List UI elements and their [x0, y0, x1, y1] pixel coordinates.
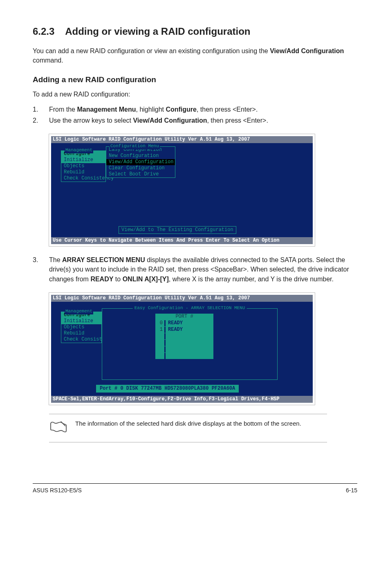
section-title-text: Adding or viewing a RAID configuration [65, 26, 250, 37]
page-footer: ASUS RS120-E5/S 6-15 [33, 483, 357, 494]
mgmt-item-check: Check Consistency [61, 175, 105, 182]
management-menu: Management Configure Initialize Objects … [61, 150, 106, 182]
mgmt-item-initialize: Initialize [61, 157, 105, 163]
footer-left: ASUS RS120-E5/S [33, 486, 82, 494]
cfg-item-new: New Configuration [106, 153, 175, 159]
port-1-val: READY [164, 327, 213, 333]
configuration-menu-label: Configuration Menu [110, 144, 160, 149]
intro-pre: You can add a new RAID configuration or … [33, 47, 270, 54]
cfg-item-boot: Select Boot Drive [106, 171, 175, 177]
mgmt2-item-objects: Objects [61, 324, 101, 330]
mgmt2-item-rebuild: Rebuild [61, 330, 101, 337]
port-row-empty-1 [155, 333, 213, 339]
step-3-num: 3. [33, 255, 49, 284]
port-row-empty-3 [155, 346, 213, 352]
port-0-num: 0 [155, 320, 164, 326]
port-0-val: READY [164, 320, 213, 326]
port-row-1: 1 READY [155, 326, 213, 333]
port-header: PORT # [155, 314, 213, 320]
section-intro: You can add a new RAID configuration or … [33, 46, 357, 65]
term2-status: Port # 0 DISK 77247MB HDS728080PLA380 PF… [96, 385, 239, 393]
step-1: 1. From the Management Menu, highlight C… [33, 105, 357, 114]
step-2-num: 2. [33, 116, 49, 125]
mgmt-item-objects: Objects [61, 163, 105, 169]
section-heading: 6.2.3 Adding or viewing a RAID configura… [33, 25, 357, 39]
step-3: 3. The ARRAY SELECTION MENU displays the… [33, 255, 357, 284]
port-table: PORT # 0 READY 1 READY [155, 314, 213, 359]
cfg-item-viewadd: View/Add Configuration [106, 159, 175, 165]
intro-post: command. [33, 57, 63, 64]
management-menu-2: Management Configure Initialize Objects … [61, 312, 102, 343]
subheading: Adding a new RAID configuration [33, 74, 357, 85]
sub-intro: To add a new RAID configuration: [33, 90, 357, 99]
term2-title: LSI Logic Software RAID Configuration Ut… [51, 295, 313, 302]
step-1-text: From the Management Menu, highlight Conf… [49, 105, 357, 114]
port-1-num: 1 [155, 327, 164, 333]
port-row-0: 0 READY [155, 320, 213, 326]
term1-hint: View/Add to The Existing Configuration [119, 226, 236, 234]
mgmt-item-rebuild: Rebuild [61, 169, 105, 175]
term2-footer: SPACE-Sel,ENTER-EndArray,F10-Configure,F… [51, 396, 313, 403]
management-menu-label: Management [65, 148, 93, 153]
note-icon [49, 419, 68, 437]
term1-footer: Use Cursor Keys to Navigate Between Item… [51, 237, 313, 244]
array-selection-frame: Easy Configuration - ARRAY SELECTION MEN… [102, 308, 278, 380]
step-2-text: Use the arrow keys to select View/Add Co… [49, 116, 357, 125]
port-row-empty-4 [155, 352, 213, 359]
steps-3: 3. The ARRAY SELECTION MENU displays the… [33, 255, 357, 284]
footer-right: 6-15 [346, 486, 357, 494]
configuration-menu: Configuration Menu Easy Configuration Ne… [106, 146, 175, 178]
steps-1-2: 1. From the Management Menu, highlight C… [33, 105, 357, 125]
terminal-screenshot-2: LSI Logic Software RAID Configuration Ut… [49, 293, 315, 405]
term1-title: LSI Logic Software RAID Configuration Ut… [51, 136, 313, 143]
port-row-empty-2 [155, 339, 213, 346]
step-3-text: The ARRAY SELECTION MENU displays the av… [49, 255, 357, 284]
array-selection-label: Easy Configuration - ARRAY SELECTION MEN… [133, 305, 247, 311]
mgmt2-item-initialize: Initialize [61, 318, 101, 324]
step-1-num: 1. [33, 105, 49, 114]
section-number: 6.2.3 [33, 26, 54, 37]
note-block: The information of the selected hard dis… [49, 414, 327, 442]
cfg-item-clear: Clear Configuration [106, 165, 175, 171]
intro-bold: View/Add Configuration [270, 47, 344, 54]
management-menu-2-label: Management [65, 309, 93, 314]
terminal-screenshot-1: LSI Logic Software RAID Configuration Ut… [49, 134, 315, 246]
mgmt2-item-check: Check Consist [61, 337, 101, 343]
note-text: The information of the selected hard dis… [75, 419, 324, 428]
step-2: 2. Use the arrow keys to select View/Add… [33, 116, 357, 125]
